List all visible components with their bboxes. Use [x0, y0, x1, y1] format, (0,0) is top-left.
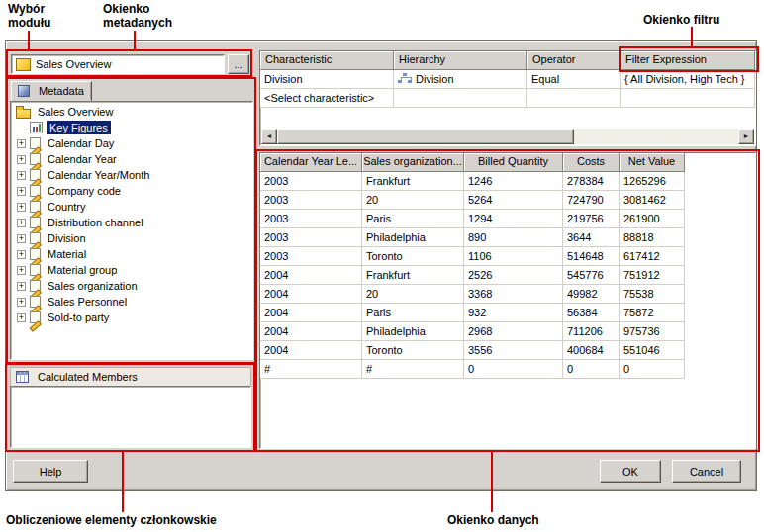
cell-hierarchy[interactable] [394, 89, 527, 108]
data-row[interactable]: 2004Paris9325638475872 [260, 304, 755, 322]
tree-item[interactable]: Key Figures [13, 120, 252, 135]
tree-item[interactable]: +Sales Personnel [13, 294, 252, 310]
data-cell[interactable]: Philadelphia [362, 228, 464, 247]
expand-plus-icon[interactable]: + [17, 139, 26, 148]
data-cell[interactable]: Toronto [362, 341, 464, 360]
data-cell[interactable]: 75872 [620, 304, 685, 322]
expand-plus-icon[interactable]: + [17, 298, 26, 307]
data-cell[interactable]: 1246 [464, 172, 563, 191]
tree-item[interactable]: +Distribution channel [13, 215, 252, 230]
filter-column-header[interactable]: Characteristic [260, 51, 394, 70]
filter-column-header[interactable]: Filter Expression [621, 51, 755, 70]
data-row[interactable]: 20032052647247903081462 [260, 191, 755, 210]
data-cell[interactable]: 617412 [620, 247, 685, 266]
module-selector-field[interactable]: Sales Overview [11, 54, 225, 74]
data-cell[interactable]: Frankfurt [362, 266, 464, 285]
data-row[interactable]: 2003Toronto1106514648617412 [260, 247, 755, 266]
scroll-thumb[interactable] [277, 129, 574, 144]
data-cell[interactable]: Toronto [362, 247, 464, 266]
data-cell[interactable]: 2968 [464, 322, 563, 341]
data-cell[interactable]: Paris [362, 304, 464, 322]
tree-item[interactable]: +Company code [13, 183, 252, 199]
data-cell[interactable]: 88818 [620, 228, 685, 247]
data-cell[interactable]: # [362, 360, 464, 379]
data-cell[interactable]: 0 [620, 360, 685, 379]
data-cell[interactable]: 2003 [260, 228, 362, 247]
data-cell[interactable]: 2004 [260, 322, 362, 341]
expand-plus-icon[interactable]: + [17, 282, 26, 291]
data-column-header[interactable]: Billed Quantity [464, 153, 563, 172]
data-column-header[interactable]: Costs [563, 153, 620, 172]
data-row[interactable]: 2004Frankfurt2526545776751912 [260, 266, 755, 285]
data-cell[interactable]: 3081462 [620, 191, 685, 210]
data-cell[interactable]: 2003 [260, 172, 362, 191]
data-cell[interactable]: 400684 [563, 341, 620, 360]
data-row[interactable]: 2003Frankfurt12462783841265296 [260, 172, 755, 191]
cell-filter-expression[interactable]: { All Division, High Tech } [621, 70, 755, 89]
data-cell[interactable]: 724790 [563, 191, 620, 210]
tree-item[interactable]: +Calendar Year [13, 151, 252, 167]
data-cell[interactable]: 2004 [260, 304, 362, 322]
data-cell[interactable]: 2003 [260, 191, 362, 210]
data-cell[interactable]: 0 [563, 360, 620, 379]
data-cell[interactable]: 278384 [563, 172, 620, 191]
data-cell[interactable]: 545776 [563, 266, 620, 285]
data-cell[interactable]: # [260, 360, 362, 379]
expand-plus-icon[interactable]: + [17, 187, 26, 196]
cell-characteristic[interactable]: <Select characteristic> [260, 89, 394, 108]
metadata-tree[interactable]: Sales Overview Key Figures+Calendar Day+… [10, 101, 253, 360]
data-cell[interactable]: 3556 [464, 341, 563, 360]
data-column-header[interactable]: Calendar Year Le... [260, 153, 362, 172]
tree-item[interactable]: +Calendar Day [13, 135, 252, 151]
data-row[interactable]: 20042033684998275538 [260, 285, 755, 304]
filter-column-header[interactable]: Operator [527, 51, 621, 70]
data-cell[interactable]: 1294 [464, 210, 563, 228]
expand-plus-icon[interactable]: + [17, 219, 26, 227]
tab-metadata[interactable]: Metadata [11, 81, 92, 101]
data-row[interactable]: 2003Paris1294219756261900 [260, 210, 755, 228]
data-cell[interactable]: 2003 [260, 210, 362, 228]
expand-plus-icon[interactable]: + [17, 171, 26, 180]
data-cell[interactable]: 890 [464, 228, 563, 247]
data-column-header[interactable]: Sales organization... [362, 153, 464, 172]
scroll-left-button[interactable]: ◄ [261, 129, 277, 144]
data-cell[interactable]: 49982 [563, 285, 620, 304]
tree-item[interactable]: +Calendar Year/Month [13, 167, 252, 183]
cell-filter-expression[interactable] [621, 89, 755, 108]
cell-operator[interactable]: Equal [527, 70, 621, 89]
scroll-right-button[interactable]: ► [738, 129, 754, 144]
data-cell[interactable]: 56384 [563, 304, 620, 322]
data-row[interactable]: 2004Philadelphia2968711206975736 [260, 322, 755, 341]
data-row[interactable]: 2003Philadelphia890364488818 [260, 228, 755, 247]
data-cell[interactable]: 2004 [260, 285, 362, 304]
data-cell[interactable]: 975736 [620, 322, 685, 341]
data-cell[interactable]: 261900 [620, 210, 685, 228]
tree-item[interactable]: +Division [13, 230, 252, 246]
data-row[interactable]: 2004Toronto3556400684551046 [260, 341, 755, 360]
data-cell[interactable]: 2004 [260, 266, 362, 285]
tree-item[interactable]: +Material [13, 246, 252, 262]
data-cell[interactable]: 514648 [563, 247, 620, 266]
data-cell[interactable]: Frankfurt [362, 172, 464, 191]
calculated-members-list[interactable] [10, 386, 251, 448]
data-cell[interactable]: Philadelphia [362, 322, 464, 341]
data-cell[interactable]: 2526 [464, 266, 563, 285]
cell-hierarchy[interactable]: Division [394, 70, 527, 89]
data-cell[interactable]: 5264 [464, 191, 563, 210]
cell-operator[interactable] [527, 89, 621, 108]
data-column-header[interactable]: Net Value [620, 153, 685, 172]
data-cell[interactable]: 1265296 [620, 172, 685, 191]
data-row[interactable]: ##000 [260, 360, 755, 379]
expand-plus-icon[interactable]: + [17, 203, 26, 212]
data-cell[interactable]: 751912 [620, 266, 685, 285]
help-button[interactable]: Help [13, 460, 88, 483]
ok-button[interactable]: OK [600, 460, 661, 483]
data-cell[interactable]: 219756 [563, 210, 620, 228]
data-cell[interactable]: 20 [362, 191, 464, 210]
expand-plus-icon[interactable]: + [17, 266, 26, 275]
data-cell[interactable]: 2003 [260, 247, 362, 266]
data-cell[interactable]: 711206 [563, 322, 620, 341]
cancel-button[interactable]: Cancel [672, 460, 741, 483]
data-cell[interactable]: 551046 [620, 341, 685, 360]
tree-item[interactable]: +Sold-to party [13, 310, 252, 325]
